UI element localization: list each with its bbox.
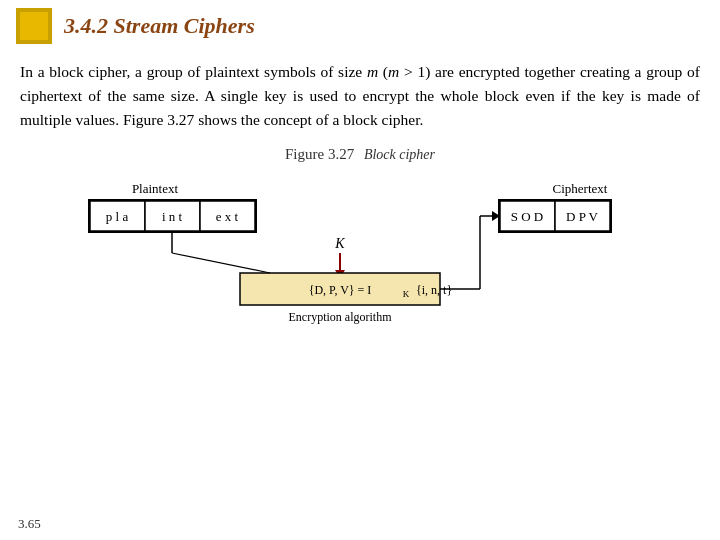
main-content: In a block cipher, a group of plaintext … — [0, 50, 720, 343]
plaintext-label: Plaintext — [132, 181, 179, 196]
figure-label: Figure 3.27 — [285, 146, 354, 162]
svg-text:{i, n, t}: {i, n, t} — [416, 283, 452, 297]
page-container: 3.4.2 Stream Ciphers In a block cipher, … — [0, 0, 720, 540]
body-paragraph: In a block cipher, a group of plaintext … — [20, 60, 700, 132]
figure-subtitle: Block cipher — [364, 147, 435, 162]
svg-text:{D, P, V} = I: {D, P, V} = I — [309, 283, 372, 297]
svg-text:Ciphertext: Ciphertext — [553, 181, 608, 196]
figure-caption: Figure 3.27 Block cipher — [20, 146, 700, 163]
svg-line-16 — [172, 253, 270, 273]
header: 3.4.2 Stream Ciphers — [0, 0, 720, 50]
page-number: 3.65 — [18, 516, 41, 531]
diagram-container: Plaintext p l a i n t e x t K — [20, 173, 700, 333]
svg-text:i n t: i n t — [162, 209, 183, 224]
header-icon — [16, 8, 52, 44]
svg-text:K: K — [334, 236, 345, 251]
svg-text:D P V: D P V — [566, 209, 598, 224]
block-cipher-diagram: Plaintext p l a i n t e x t K — [70, 173, 650, 333]
svg-text:e x t: e x t — [216, 209, 239, 224]
footer: 3.65 — [18, 516, 41, 532]
svg-text:S O D: S O D — [511, 209, 544, 224]
page-title: 3.4.2 Stream Ciphers — [64, 13, 255, 39]
svg-text:K: K — [403, 289, 410, 299]
svg-text:Encryption algorithm: Encryption algorithm — [289, 310, 393, 324]
svg-text:p l a: p l a — [106, 209, 129, 224]
